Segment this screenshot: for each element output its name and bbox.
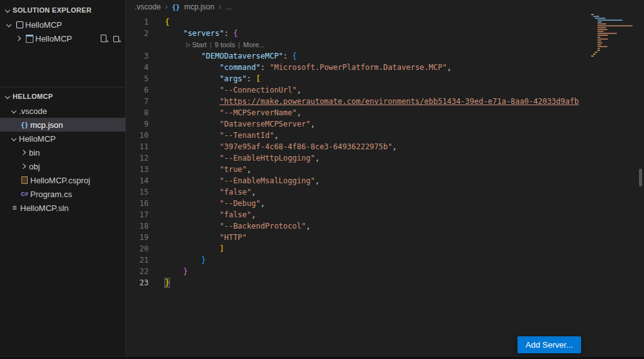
tree-item-obj-folder[interactable]: obj	[0, 159, 125, 173]
breadcrumb-symbol[interactable]: ...	[225, 3, 232, 11]
code-line-10[interactable]: 10 "--TenantId",	[126, 130, 644, 141]
code-line-20[interactable]: 20 ]	[126, 243, 644, 254]
minimap-line	[597, 29, 608, 30]
solution-file-icon: ≡	[9, 201, 20, 215]
explorer-header[interactable]: HELLOMCP	[0, 89, 125, 104]
chevron-down-icon	[9, 104, 19, 118]
tree-item-label: HelloMCP	[19, 134, 56, 144]
code-line-5[interactable]: 5 "args": [	[126, 73, 644, 84]
csproj-icon	[19, 173, 30, 187]
sidebar: SOLUTION EXPLORER HelloMCP HelloMCP HE	[0, 0, 126, 359]
breadcrumb-folder[interactable]: .vscode	[135, 3, 161, 11]
tree-item-label: mcp.json	[30, 120, 63, 130]
chevron-down-icon	[3, 91, 13, 101]
code-text: }	[165, 277, 169, 288]
code-line-17[interactable]: 17 "false",	[126, 209, 644, 220]
code-text: "--TenantId",	[165, 130, 279, 141]
minimap-line	[597, 48, 601, 49]
tree-item-label: HelloMCP	[35, 34, 72, 43]
code-line-14[interactable]: 14 "--EnableMsalLogging",	[126, 175, 644, 186]
minimap-line	[593, 54, 596, 55]
code-line-4[interactable]: 4 "command": "Microsoft.PowerPlatform.Da…	[126, 62, 644, 73]
line-number: 2	[126, 28, 154, 39]
code-line-9[interactable]: 9 "DataverseMCPServer",	[126, 118, 644, 130]
code-text: "command": "Microsoft.PowerPlatform.Data…	[165, 62, 451, 73]
codelens-start[interactable]: ▷Start	[186, 39, 206, 50]
editor-pane: .vscode › {} mcp.json › ... 1{2 "servers…	[126, 0, 644, 359]
scrollbar-thumb[interactable]	[639, 169, 642, 186]
tree-item-project-hellomcp[interactable]: HelloMCP	[0, 31, 125, 45]
minimap-line	[595, 52, 597, 53]
code-text: "servers": {	[165, 28, 238, 39]
add-server-button[interactable]: Add Server...	[517, 336, 581, 353]
code-text: "true",	[165, 164, 251, 175]
codelens: ▷Start | 9 tools | More...	[186, 39, 644, 50]
line-number: 5	[126, 73, 154, 84]
minimap-line	[597, 33, 617, 34]
code-line-11[interactable]: 11 "397e95af-4c68-4f86-8ce3-64936222975b…	[126, 141, 644, 152]
code-line-3[interactable]: 3 "DEMODataverseMCP": {	[126, 50, 644, 62]
tree-item-label: HelloMCP	[25, 20, 62, 30]
tree-item-csproj[interactable]: HelloMCP.csproj	[0, 173, 125, 187]
breadcrumb: .vscode › {} mcp.json › ...	[126, 0, 644, 14]
row-actions	[99, 33, 125, 43]
code-line-7[interactable]: 7 "https://make.powerautomate.com/enviro…	[126, 96, 644, 107]
code-line-22[interactable]: 22 }	[126, 266, 644, 277]
code-text: }	[165, 254, 206, 266]
code-text: "--EnableHttpLogging",	[165, 152, 320, 164]
code-line-6[interactable]: 6 "--ConnectionUrl",	[126, 84, 644, 96]
line-number: 12	[126, 152, 154, 164]
bottom-edge	[0, 356, 644, 359]
tree-item-bin-folder[interactable]: bin	[0, 145, 125, 159]
chevron-down-icon	[3, 5, 13, 15]
code-editor[interactable]: 1{2 "servers": { ▷Start | 9 tools | More…	[126, 16, 644, 288]
line-number: 15	[126, 186, 154, 198]
minimap[interactable]	[591, 14, 638, 57]
codelens-tools[interactable]: 9 tools	[215, 39, 235, 50]
tree-item-sln[interactable]: ≡ HelloMCP.sln	[0, 201, 125, 215]
codelens-more[interactable]: More...	[243, 39, 264, 50]
codelens-separator: |	[238, 39, 240, 50]
code-text: "false",	[165, 186, 256, 198]
minimap-line	[597, 44, 601, 45]
minimap-line	[597, 27, 606, 28]
code-line-16[interactable]: 16 "--Debug",	[126, 198, 644, 209]
code-text: ]	[165, 243, 224, 254]
add-file-icon[interactable]	[99, 33, 109, 43]
code-line-12[interactable]: 12 "--EnableHttpLogging",	[126, 152, 644, 164]
code-text: "--Debug",	[165, 198, 265, 209]
code-line-23[interactable]: 23}	[126, 277, 644, 288]
tree-item-solution-hellomcp[interactable]: HelloMCP	[0, 18, 125, 31]
tree-item-mcp-json[interactable]: {} mcp.json	[0, 118, 125, 132]
tree-item-label: HelloMCP.sln	[20, 203, 69, 213]
minimap-line	[595, 18, 606, 19]
project-icon	[24, 31, 35, 45]
minimap-line	[597, 40, 601, 42]
json-icon: {}	[19, 118, 30, 132]
code-text: "--BackendProtocol",	[165, 220, 310, 232]
code-line-1[interactable]: 1{	[126, 16, 644, 28]
tree-item-vscode-folder[interactable]: .vscode	[0, 104, 125, 118]
code-line-21[interactable]: 21 }	[126, 254, 644, 266]
tree-item-program-cs[interactable]: C# Program.cs	[0, 187, 125, 201]
tree-item-label: HelloMCP.csproj	[30, 176, 90, 185]
code-line-8[interactable]: 8 "--MCPServerName",	[126, 107, 644, 118]
tree-item-hellomcp-folder[interactable]: HelloMCP	[0, 132, 125, 145]
chevron-right-icon	[14, 31, 24, 45]
code-line-19[interactable]: 19 "HTTP"	[126, 232, 644, 243]
add-folder-icon[interactable]	[111, 33, 121, 43]
code-text: "397e95af-4c68-4f86-8ce3-64936222975b",	[165, 141, 397, 152]
code-line-13[interactable]: 13 "true",	[126, 164, 644, 175]
line-number: 13	[126, 164, 154, 175]
code-line-2[interactable]: 2 "servers": {	[126, 28, 644, 39]
solution-explorer-header[interactable]: SOLUTION EXPLORER	[0, 3, 125, 18]
codelens-start-label: Start	[192, 39, 206, 50]
line-number: 20	[126, 243, 154, 254]
line-number: 10	[126, 130, 154, 141]
play-icon: ▷	[186, 39, 191, 50]
url-link[interactable]: "https://make.powerautomate.com/environm…	[220, 97, 579, 106]
line-number: 1	[126, 16, 154, 28]
code-line-15[interactable]: 15 "false",	[126, 186, 644, 198]
breadcrumb-file[interactable]: mcp.json	[184, 3, 214, 11]
code-line-18[interactable]: 18 "--BackendProtocol",	[126, 220, 644, 232]
